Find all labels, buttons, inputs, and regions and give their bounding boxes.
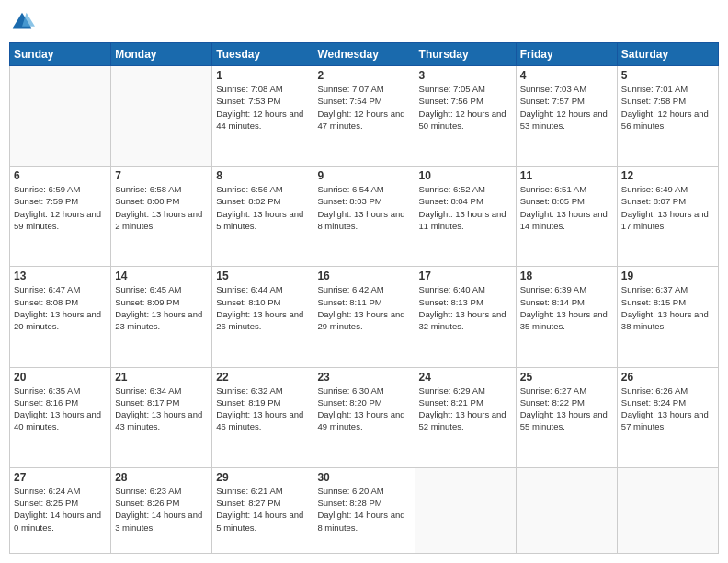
day-number: 20	[14, 371, 107, 384]
day-number: 27	[14, 471, 107, 484]
day-cell: 10Sunrise: 6:52 AMSunset: 8:04 PMDayligh…	[415, 167, 516, 267]
logo-icon	[9, 9, 35, 35]
page: SundayMondayTuesdayWednesdayThursdayFrid…	[0, 0, 728, 563]
day-number: 1	[216, 69, 309, 82]
day-number: 29	[216, 471, 309, 484]
day-number: 23	[317, 371, 410, 384]
day-cell: 27Sunrise: 6:24 AMSunset: 8:25 PMDayligh…	[10, 467, 111, 553]
day-header-thursday: Thursday	[415, 43, 516, 66]
day-info: Sunrise: 6:42 AMSunset: 8:11 PMDaylight:…	[317, 283, 410, 332]
day-cell: 26Sunrise: 6:26 AMSunset: 8:24 PMDayligh…	[617, 367, 718, 467]
day-info: Sunrise: 7:03 AMSunset: 7:57 PMDaylight:…	[520, 83, 613, 132]
day-header-saturday: Saturday	[617, 43, 718, 66]
day-cell	[111, 66, 212, 167]
day-number: 14	[115, 270, 208, 282]
day-cell	[415, 467, 516, 553]
day-info: Sunrise: 6:27 AMSunset: 8:22 PMDaylight:…	[520, 385, 613, 433]
day-number: 12	[621, 169, 714, 182]
day-cell: 19Sunrise: 6:37 AMSunset: 8:15 PMDayligh…	[617, 267, 718, 367]
day-cell: 18Sunrise: 6:39 AMSunset: 8:14 PMDayligh…	[516, 267, 617, 367]
day-info: Sunrise: 6:44 AMSunset: 8:10 PMDaylight:…	[216, 283, 309, 332]
day-info: Sunrise: 7:05 AMSunset: 7:56 PMDaylight:…	[419, 83, 512, 132]
calendar-week-3: 13Sunrise: 6:47 AMSunset: 8:08 PMDayligh…	[10, 267, 719, 367]
day-info: Sunrise: 6:37 AMSunset: 8:15 PMDaylight:…	[621, 283, 714, 332]
day-info: Sunrise: 6:32 AMSunset: 8:19 PMDaylight:…	[216, 385, 309, 433]
day-cell: 23Sunrise: 6:30 AMSunset: 8:20 PMDayligh…	[313, 367, 415, 467]
day-cell	[516, 467, 617, 553]
day-info: Sunrise: 6:23 AMSunset: 8:26 PMDaylight:…	[115, 485, 208, 534]
day-cell: 13Sunrise: 6:47 AMSunset: 8:08 PMDayligh…	[10, 267, 111, 367]
day-cell: 12Sunrise: 6:49 AMSunset: 8:07 PMDayligh…	[617, 167, 718, 267]
day-info: Sunrise: 6:54 AMSunset: 8:03 PMDaylight:…	[317, 183, 410, 232]
day-header-monday: Monday	[111, 43, 212, 66]
day-info: Sunrise: 6:59 AMSunset: 7:59 PMDaylight:…	[14, 183, 107, 232]
day-cell: 11Sunrise: 6:51 AMSunset: 8:05 PMDayligh…	[516, 167, 617, 267]
day-cell: 3Sunrise: 7:05 AMSunset: 7:56 PMDaylight…	[415, 66, 516, 167]
day-header-sunday: Sunday	[10, 43, 111, 66]
day-number: 2	[317, 69, 410, 82]
day-info: Sunrise: 6:26 AMSunset: 8:24 PMDaylight:…	[621, 385, 714, 433]
day-cell: 16Sunrise: 6:42 AMSunset: 8:11 PMDayligh…	[313, 267, 415, 367]
day-cell: 24Sunrise: 6:29 AMSunset: 8:21 PMDayligh…	[415, 367, 516, 467]
day-number: 18	[520, 270, 613, 282]
day-number: 9	[317, 169, 410, 182]
day-info: Sunrise: 6:58 AMSunset: 8:00 PMDaylight:…	[115, 183, 208, 232]
day-cell: 25Sunrise: 6:27 AMSunset: 8:22 PMDayligh…	[516, 367, 617, 467]
day-info: Sunrise: 6:51 AMSunset: 8:05 PMDaylight:…	[520, 183, 613, 232]
day-cell: 8Sunrise: 6:56 AMSunset: 8:02 PMDaylight…	[212, 167, 313, 267]
day-number: 25	[520, 371, 613, 384]
day-number: 21	[115, 371, 208, 384]
day-number: 13	[14, 270, 107, 282]
day-info: Sunrise: 6:29 AMSunset: 8:21 PMDaylight:…	[419, 385, 512, 433]
calendar-week-2: 6Sunrise: 6:59 AMSunset: 7:59 PMDaylight…	[10, 167, 719, 267]
day-cell: 14Sunrise: 6:45 AMSunset: 8:09 PMDayligh…	[111, 267, 212, 367]
day-number: 11	[520, 169, 613, 182]
day-number: 22	[216, 371, 309, 384]
calendar-week-1: 1Sunrise: 7:08 AMSunset: 7:53 PMDaylight…	[10, 66, 719, 167]
day-info: Sunrise: 7:07 AMSunset: 7:54 PMDaylight:…	[317, 83, 410, 132]
day-cell: 22Sunrise: 6:32 AMSunset: 8:19 PMDayligh…	[212, 367, 313, 467]
day-info: Sunrise: 6:20 AMSunset: 8:28 PMDaylight:…	[317, 485, 410, 534]
header	[9, 9, 719, 35]
day-cell	[10, 66, 111, 167]
day-info: Sunrise: 6:47 AMSunset: 8:08 PMDaylight:…	[14, 283, 107, 332]
day-info: Sunrise: 6:39 AMSunset: 8:14 PMDaylight:…	[520, 283, 613, 332]
day-info: Sunrise: 6:35 AMSunset: 8:16 PMDaylight:…	[14, 385, 107, 433]
day-info: Sunrise: 6:24 AMSunset: 8:25 PMDaylight:…	[14, 485, 107, 534]
day-cell: 29Sunrise: 6:21 AMSunset: 8:27 PMDayligh…	[212, 467, 313, 553]
day-cell: 4Sunrise: 7:03 AMSunset: 7:57 PMDaylight…	[516, 66, 617, 167]
day-cell: 15Sunrise: 6:44 AMSunset: 8:10 PMDayligh…	[212, 267, 313, 367]
day-cell	[617, 467, 718, 553]
day-number: 8	[216, 169, 309, 182]
day-number: 5	[621, 69, 714, 82]
day-number: 4	[520, 69, 613, 82]
day-info: Sunrise: 6:34 AMSunset: 8:17 PMDaylight:…	[115, 385, 208, 433]
day-number: 7	[115, 169, 208, 182]
day-number: 30	[317, 471, 410, 484]
day-info: Sunrise: 6:56 AMSunset: 8:02 PMDaylight:…	[216, 183, 309, 232]
day-cell: 21Sunrise: 6:34 AMSunset: 8:17 PMDayligh…	[111, 367, 212, 467]
logo	[9, 9, 39, 35]
day-info: Sunrise: 7:08 AMSunset: 7:53 PMDaylight:…	[216, 83, 309, 132]
day-info: Sunrise: 6:52 AMSunset: 8:04 PMDaylight:…	[419, 183, 512, 232]
day-number: 26	[621, 371, 714, 384]
day-cell: 2Sunrise: 7:07 AMSunset: 7:54 PMDaylight…	[313, 66, 415, 167]
calendar-table: SundayMondayTuesdayWednesdayThursdayFrid…	[9, 42, 719, 554]
day-info: Sunrise: 6:40 AMSunset: 8:13 PMDaylight:…	[419, 283, 512, 332]
day-header-friday: Friday	[516, 43, 617, 66]
day-number: 28	[115, 471, 208, 484]
calendar-week-5: 27Sunrise: 6:24 AMSunset: 8:25 PMDayligh…	[10, 467, 719, 553]
day-number: 16	[317, 270, 410, 282]
day-number: 15	[216, 270, 309, 282]
day-header-tuesday: Tuesday	[212, 43, 313, 66]
day-cell: 9Sunrise: 6:54 AMSunset: 8:03 PMDaylight…	[313, 167, 415, 267]
day-info: Sunrise: 6:21 AMSunset: 8:27 PMDaylight:…	[216, 485, 309, 534]
header-row: SundayMondayTuesdayWednesdayThursdayFrid…	[10, 43, 719, 66]
day-number: 24	[419, 371, 512, 384]
day-info: Sunrise: 6:30 AMSunset: 8:20 PMDaylight:…	[317, 385, 410, 433]
day-number: 6	[14, 169, 107, 182]
day-cell: 17Sunrise: 6:40 AMSunset: 8:13 PMDayligh…	[415, 267, 516, 367]
day-info: Sunrise: 6:49 AMSunset: 8:07 PMDaylight:…	[621, 183, 714, 232]
day-number: 3	[419, 69, 512, 82]
day-cell: 5Sunrise: 7:01 AMSunset: 7:58 PMDaylight…	[617, 66, 718, 167]
